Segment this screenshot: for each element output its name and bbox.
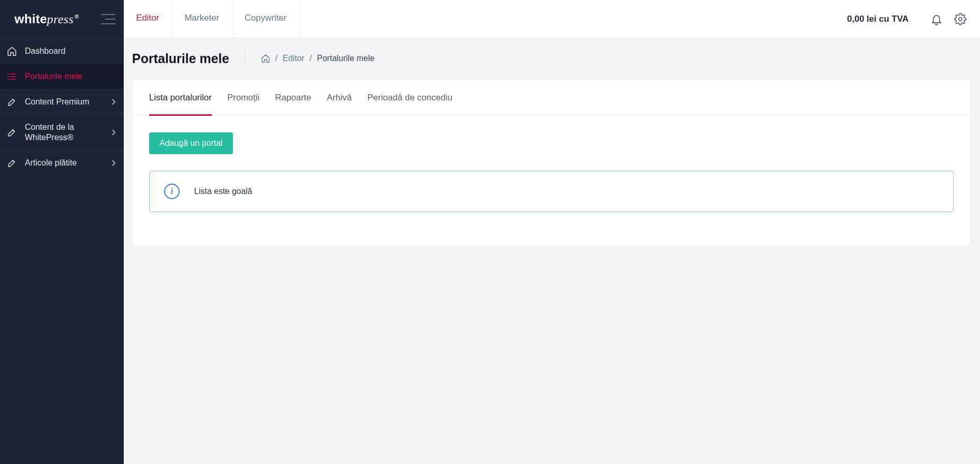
content-card: Lista portalurilor Promoții Rapoarte Arh… [132, 79, 971, 246]
chevron-right-icon [111, 129, 115, 136]
role-tab-label: Copywriter [245, 13, 287, 23]
tab-label: Lista portalurilor [149, 93, 212, 102]
chevron-right-icon [111, 99, 115, 105]
sidebar-item-label: Articole plătite [25, 158, 104, 168]
add-portal-button[interactable]: Adaugă un portal [149, 132, 233, 154]
tabs: Lista portalurilor Promoții Rapoarte Arh… [133, 79, 970, 116]
info-icon: i [164, 184, 180, 199]
home-icon [261, 54, 270, 63]
bell-icon [930, 13, 943, 25]
tab-label: Perioadă de concediu [367, 93, 452, 102]
svg-point-3 [959, 17, 962, 20]
role-tab-copywriter[interactable]: Copywriter [232, 0, 300, 38]
sidebar-item-label: Portalurile mele [25, 71, 115, 82]
sidebar-item-label: Content de la WhitePress® [25, 122, 104, 143]
list-icon [6, 71, 18, 82]
role-tab-label: Marketer [184, 13, 219, 23]
breadcrumb-separator: / [310, 54, 312, 63]
banner-text: Lista este goală [194, 187, 252, 196]
tab-vacation[interactable]: Perioadă de concediu [367, 93, 452, 116]
divider [245, 50, 245, 67]
notifications-button[interactable] [922, 0, 951, 38]
sidebar-item-content-whitepress[interactable]: Content de la WhitePress® [0, 114, 124, 150]
svg-point-2 [8, 79, 9, 80]
sidebar-item-content-premium[interactable]: Content Premium [0, 89, 124, 114]
empty-list-banner: i Lista este goală [149, 171, 954, 212]
tab-reports[interactable]: Rapoarte [275, 93, 311, 116]
edit-icon [6, 127, 18, 138]
breadcrumb: / Editor / Portalurile mele [261, 54, 375, 63]
edit-icon [6, 97, 18, 107]
brand-logo[interactable]: whitepress® [14, 12, 79, 26]
sidebar-item-paid-articles[interactable]: Articole plătite [0, 150, 124, 175]
button-label: Adaugă un portal [159, 139, 223, 147]
role-tab-label: Editor [136, 13, 159, 23]
svg-point-0 [8, 73, 9, 74]
sidebar-item-portals[interactable]: Portalurile mele [0, 64, 124, 89]
edit-icon [6, 158, 18, 168]
role-tab-marketer[interactable]: Marketer [172, 0, 232, 38]
tab-label: Arhivă [327, 93, 352, 102]
breadcrumb-home[interactable] [261, 54, 270, 63]
sidebar-item-label: Dashboard [25, 46, 115, 56]
sidebar-item-dashboard[interactable]: Dashboard [0, 38, 124, 64]
topbar: Editor Marketer Copywriter 0,00 lei cu T… [124, 0, 980, 38]
tab-label: Promoții [227, 93, 259, 102]
breadcrumb-current: Portalurile mele [317, 54, 374, 63]
sidebar-toggle-icon[interactable] [101, 14, 115, 24]
role-tab-editor[interactable]: Editor [124, 0, 172, 38]
brand-registered: ® [75, 13, 79, 20]
page-header: Portalurile mele / Editor / Portalurile … [124, 38, 980, 79]
brand-part1: white [14, 12, 47, 26]
gear-icon [954, 13, 967, 25]
card-body: Adaugă un portal i Lista este goală [133, 116, 970, 245]
tab-label: Rapoarte [275, 93, 311, 102]
tab-promotions[interactable]: Promoții [227, 93, 259, 116]
settings-button[interactable] [951, 0, 980, 38]
page-title: Portalurile mele [132, 51, 229, 66]
home-icon [6, 46, 18, 56]
main: Editor Marketer Copywriter 0,00 lei cu T… [124, 0, 980, 464]
tab-archive[interactable]: Arhivă [327, 93, 352, 116]
balance-text: 0,00 lei cu TVA [847, 14, 909, 24]
sidebar: whitepress® Dashboard Portalurile mele C… [0, 0, 124, 464]
breadcrumb-editor[interactable]: Editor [283, 54, 304, 63]
breadcrumb-separator: / [275, 54, 277, 63]
tab-portal-list[interactable]: Lista portalurilor [149, 93, 212, 116]
chevron-right-icon [111, 160, 115, 166]
svg-point-1 [8, 76, 9, 77]
brand-part2: press [47, 12, 74, 26]
balance-display[interactable]: 0,00 lei cu TVA [833, 0, 922, 38]
brand-row: whitepress® [0, 0, 124, 38]
sidebar-item-label: Content Premium [25, 97, 104, 107]
